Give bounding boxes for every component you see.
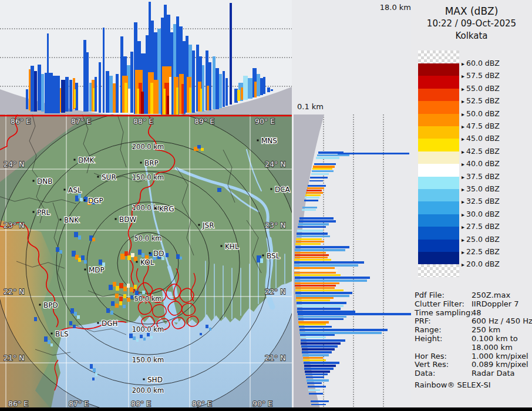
legend-level-label: ▸60.0 dBZ: [462, 59, 532, 69]
city-marker: [85, 269, 86, 271]
lon-label: 88° E: [131, 399, 151, 408]
lat-label: 23° N: [265, 221, 285, 230]
legend-band: [418, 114, 459, 126]
city-marker: [64, 189, 66, 191]
lon-label: 86° E: [11, 117, 31, 126]
legend-level-label: ▸20.0 dBZ: [462, 260, 532, 269]
metadata-row: Pdf File:250Z.max: [415, 291, 531, 300]
product-metadata: Pdf File:250Z.maxClutter Filter:IIRDoppl…: [415, 291, 531, 389]
lat-label: 23° N: [4, 221, 24, 230]
city-marker: [60, 219, 62, 221]
lat-label: 24° N: [265, 160, 285, 169]
city-marker: [140, 162, 142, 164]
lat-label: 21° N: [4, 353, 24, 362]
legend-level-label: ▸22.5 dBZ: [462, 247, 532, 257]
city-marker: [74, 159, 76, 161]
metadata-row: Hor Res:1.000 km/pixel: [415, 352, 531, 361]
legend-band: [418, 177, 459, 189]
legend-level-label: ▸42.5 dBZ: [462, 147, 532, 157]
legend-band: [418, 89, 459, 101]
city-label: SHD: [147, 376, 163, 384]
city-marker: [33, 180, 35, 182]
legend-level-label: ▸27.5 dBZ: [462, 222, 532, 232]
legend-level-label: ▸45.0 dBZ: [462, 134, 532, 144]
metadata-row: PRF:600 Hz / 450 Hz: [415, 317, 531, 326]
legend-band: [418, 50, 459, 63]
legend-band: [418, 101, 459, 113]
lon-label: 87° E: [71, 117, 91, 126]
map-panel: 86° E86° E87° E87° E88° E88° E89° E89° E…: [0, 114, 292, 411]
city-label: ASL: [68, 186, 82, 194]
legend-level-label: ▸35.0 dBZ: [462, 184, 532, 194]
software-brand: Rainbow® SELEX-SI: [415, 380, 531, 389]
legend-level-label: ▸30.0 dBZ: [462, 210, 532, 220]
city-label: DGP: [88, 197, 103, 205]
range-ring-label: 100.0 km: [132, 325, 164, 333]
range-ring-label: 200.0 km: [132, 143, 164, 151]
lat-label: 21° N: [265, 353, 285, 362]
metadata-row: Data:Radar Data: [415, 369, 531, 378]
city-label: SUR: [102, 173, 116, 181]
city-marker: [39, 304, 41, 306]
city-label: MDP: [89, 266, 105, 274]
range-ring-label: 200.0 km: [132, 386, 164, 395]
lon-label: 90° E: [252, 399, 272, 408]
city-label: BPD: [43, 301, 58, 309]
product-title: MAX (dBZ): [411, 5, 532, 18]
legend-band: [418, 76, 459, 88]
city-marker: [271, 188, 272, 190]
city-label: DD: [153, 250, 164, 258]
lon-label: 90° E: [255, 117, 275, 126]
lon-label: 88° E: [133, 117, 153, 126]
city-marker: [155, 208, 157, 210]
city-marker: [262, 255, 264, 257]
radar-viewer: 18.0 km 0.1 km: [0, 0, 532, 411]
range-ring-label: 50.0 km: [134, 295, 161, 303]
lon-label: 87° E: [69, 399, 89, 408]
side-height-profile-panel: [294, 114, 411, 411]
metadata-row: Time sampling:48: [415, 309, 531, 318]
city-label: JSR: [202, 221, 214, 230]
city-label: BRP: [144, 159, 159, 167]
city-label: KRG: [159, 205, 174, 213]
city-marker: [221, 245, 223, 247]
metadata-row: 18.000 km: [415, 343, 531, 352]
city-marker: [97, 176, 99, 178]
legend-level-label: ▸50.0 dBZ: [462, 109, 532, 119]
dbz-color-scale: ▸60.0 dBZ▸57.5 dBZ▸55.0 dBZ▸52.5 dBZ▸50.…: [418, 50, 532, 285]
city-marker: [84, 200, 86, 201]
legend-level-label: ▸32.5 dBZ: [462, 197, 532, 207]
product-header: MAX (dBZ) 10:22 / 09-Oct-2025 Kolkata: [411, 5, 532, 42]
city-marker: [136, 261, 138, 263]
height-axis-min-label: 0.1 km: [297, 102, 338, 111]
lon-label: 86° E: [8, 399, 28, 408]
city-label: KOL: [140, 258, 154, 267]
city-marker: [257, 140, 259, 142]
legend-band: [418, 264, 459, 277]
metadata-row: Vert Res:0.089 km/pixel: [415, 361, 531, 369]
city-label: BNK: [64, 216, 79, 224]
lat-label: 24° N: [4, 160, 24, 169]
legend-band: [418, 252, 459, 264]
range-ring-label: 150.0 km: [132, 173, 164, 181]
legend-band: [418, 164, 459, 176]
metadata-row: Height:0.100 km to: [415, 335, 531, 343]
top-height-profile-panel: [0, 0, 292, 114]
city-label: KHL: [225, 242, 239, 251]
metadata-row: Clutter Filter:IIRDoppler 7: [415, 300, 531, 309]
legend-level-label: ▸37.5 dBZ: [462, 172, 532, 182]
city-marker: [115, 218, 117, 220]
legend-band: [418, 126, 459, 139]
lon-label: 89° E: [192, 399, 212, 408]
city-marker: [97, 322, 99, 324]
city-label: DMK: [78, 156, 95, 164]
city-label: BDW: [119, 215, 136, 224]
legend-band: [418, 240, 459, 252]
legend-level-label: ▸25.0 dBZ: [462, 235, 532, 245]
range-ring-label: 50.0 km: [134, 234, 161, 242]
lat-label: 22° N: [265, 287, 285, 296]
info-panel: MAX (dBZ) 10:22 / 09-Oct-2025 Kolkata ▸6…: [411, 0, 532, 411]
city-marker: [198, 224, 200, 226]
city-marker: [33, 211, 35, 213]
city-label: BSL: [267, 252, 280, 260]
